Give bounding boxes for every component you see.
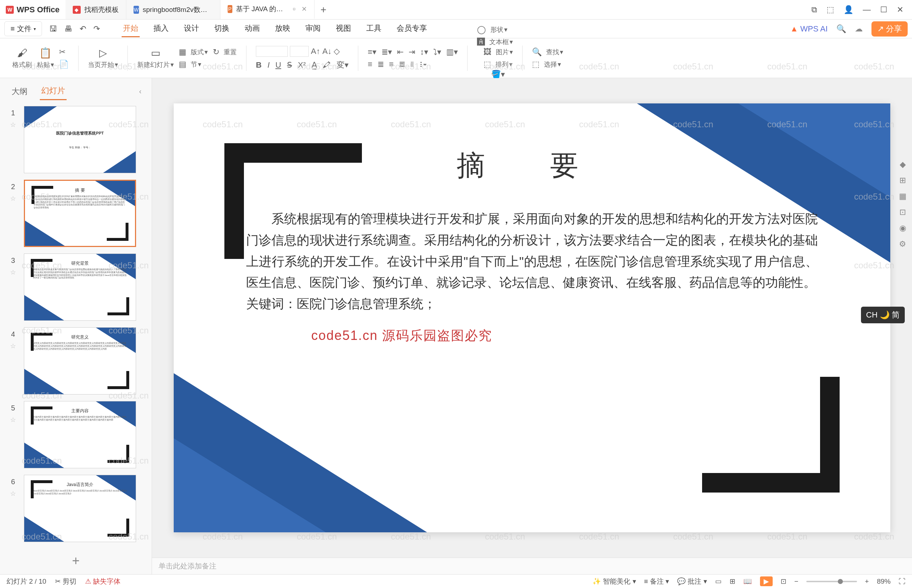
play-from-current-button[interactable]: ▷当页开始 ▾ (88, 47, 118, 69)
slideshow-icon[interactable]: ▶ (760, 577, 773, 586)
new-slide-button[interactable]: ▭新建幻灯片 ▾ (137, 47, 174, 69)
line-spacing-icon[interactable]: ↕▾ (420, 47, 428, 57)
menu-start[interactable]: 开始 (121, 20, 140, 37)
shape-fill-icon[interactable]: 🪣▾ (491, 70, 505, 79)
cube-icon[interactable]: ⬚ (826, 5, 834, 15)
bullets-icon[interactable]: ≡▾ (368, 47, 376, 57)
highlight-icon[interactable]: 🖍 (323, 60, 331, 70)
textbox-icon[interactable]: 🅰 (477, 37, 485, 47)
tab-ppt-active[interactable]: P 基于 JAVA 的医院门诊信息管 ▫ ✕ (220, 0, 314, 19)
indent-left-icon[interactable]: ⇤ (397, 47, 403, 57)
avatar-icon[interactable]: 👤 (844, 5, 854, 15)
present-icon[interactable]: ⊡ (781, 577, 786, 585)
menu-animation[interactable]: 动画 (243, 20, 261, 37)
font-warning[interactable]: ⚠ 缺失字体 (85, 577, 120, 586)
align-top-icon[interactable]: ⫶▾ (419, 60, 427, 69)
align-left-icon[interactable]: ≡ (368, 60, 373, 69)
strike-icon[interactable]: S̶ (287, 60, 292, 70)
shapes-icon[interactable]: ◯ (477, 25, 486, 34)
font-size-select[interactable] (290, 46, 309, 57)
italic-icon[interactable]: I (267, 60, 270, 70)
find-icon[interactable]: 🔍 (532, 47, 542, 57)
sorter-view-icon[interactable]: ⊞ (730, 577, 735, 585)
decrease-font-icon[interactable]: A↓ (322, 47, 332, 56)
reading-view-icon[interactable]: 📖 (744, 577, 752, 585)
paste-button[interactable]: 📋粘贴 ▾ (37, 47, 54, 69)
text-effect-icon[interactable]: 変▾ (337, 60, 348, 71)
zoom-in-icon[interactable]: + (865, 578, 869, 585)
menu-design[interactable]: 设计 (182, 20, 201, 37)
beautify-button[interactable]: ✨ 智能美化 ▾ (593, 577, 636, 586)
distribute-icon[interactable]: ⫴ (410, 60, 414, 69)
search-icon[interactable]: 🔍 (836, 24, 846, 34)
star-icon[interactable]: ☆ (10, 195, 16, 202)
thumbnail-1[interactable]: 医院门诊信息管理系统PPT 学生 班级： 学号： (24, 106, 136, 173)
rail-icon[interactable]: ◉ (899, 223, 906, 233)
thumbnail-5[interactable]: 主要内容 主要内容主要内容主要内容主要内容主要内容主要内容主要内容主要内容主要内… (24, 401, 136, 468)
layout-icon[interactable]: ▦ (179, 47, 186, 57)
add-slide-button[interactable]: + (72, 553, 79, 569)
redo-icon[interactable]: ↷ (93, 24, 100, 34)
notes-area[interactable]: 单击此处添加备注 (152, 557, 912, 574)
star-icon[interactable]: ☆ (10, 416, 16, 424)
star-icon[interactable]: ☆ (10, 121, 16, 129)
cloud-icon[interactable]: ☁ (855, 24, 863, 34)
thumbnail-3[interactable]: 研究背景 随着信息技术的快速发展与普及医院门诊信息管理也面临着新的机遇与挑战传统… (24, 254, 136, 321)
rail-icon[interactable]: ▦ (899, 192, 907, 201)
align-justify-icon[interactable]: ≣ (399, 60, 405, 69)
tab-doc[interactable]: W springbootf8m2v数据库文档.doc (126, 0, 220, 19)
outline-tab[interactable]: 大纲 (10, 83, 29, 100)
select-icon[interactable]: ⬚ (532, 60, 539, 69)
format-brush-button[interactable]: 🖌格式刷 (12, 47, 32, 69)
clipboard-status[interactable]: ✂ 剪切 (55, 577, 76, 586)
undo-icon[interactable]: ↶ (79, 24, 86, 34)
zoom-level[interactable]: 89% (877, 578, 891, 585)
menu-tools[interactable]: 工具 (365, 20, 383, 37)
wps-ai-button[interactable]: ▲WPS AI (790, 24, 828, 34)
align-center-icon[interactable]: ≣ (377, 60, 384, 69)
menu-view[interactable]: 视图 (334, 20, 353, 37)
columns-icon[interactable]: ▥▾ (446, 47, 458, 57)
arrange-icon[interactable]: ⬚ (483, 60, 491, 69)
text-direction-icon[interactable]: ⤵▾ (433, 47, 441, 57)
cut-icon[interactable]: ✂ (59, 47, 69, 57)
pictures-icon[interactable]: 🖼 (483, 47, 491, 57)
file-menu-button[interactable]: ≡ 文件 ▾ (4, 21, 42, 36)
slide-body[interactable]: 系统根据现有的管理模块进行开发和扩展，采用面向对象的开发的思想和结构化的开发方法… (246, 208, 818, 315)
star-icon[interactable]: ☆ (10, 489, 16, 498)
rail-icon[interactable]: ⚙ (899, 239, 906, 249)
zoom-out-icon[interactable]: − (794, 578, 799, 585)
fit-icon[interactable]: ⛶ (899, 578, 906, 585)
increase-font-icon[interactable]: A↑ (311, 47, 320, 56)
minimize-icon[interactable]: — (863, 5, 871, 15)
menu-slideshow[interactable]: 放映 (274, 20, 292, 37)
copy-icon[interactable]: 📄 (59, 60, 69, 69)
section-icon[interactable]: ▤ (179, 60, 186, 69)
font-color-icon[interactable]: A̲ (312, 60, 317, 70)
menu-insert[interactable]: 插入 (152, 20, 170, 37)
thumbnail-4[interactable]: 研究意义 研究意义内容研究意义内容研究意义内容研究意义内容研究意义内容研究意义内… (24, 327, 136, 394)
clear-format-icon[interactable]: ◇ (334, 47, 340, 56)
indent-right-icon[interactable]: ⇥ (408, 47, 415, 57)
thumbnail-6[interactable]: Java语言简介 Java语言简介Java语言简介Java语言简介Java语言简… (24, 475, 136, 542)
superscript-icon[interactable]: X² (298, 60, 306, 70)
close-window-icon[interactable]: ✕ (897, 5, 903, 15)
rail-icon[interactable]: ⊞ (899, 176, 906, 185)
notes-toggle[interactable]: ≡ 备注 ▾ (644, 577, 669, 586)
tab-menu-icon[interactable]: ▫ (293, 4, 296, 14)
slide-title[interactable]: 摘 要 (457, 147, 607, 185)
save-icon[interactable]: 🖫 (49, 24, 57, 34)
align-right-icon[interactable]: ≡ (389, 60, 394, 69)
rail-icon[interactable]: ⊡ (899, 208, 906, 217)
slides-tab[interactable]: 幻灯片 (40, 82, 66, 100)
normal-view-icon[interactable]: ▭ (715, 577, 722, 585)
add-tab-button[interactable]: + (314, 0, 332, 19)
menu-vip[interactable]: 会员专享 (395, 20, 429, 37)
close-icon[interactable]: ✕ (301, 5, 307, 13)
star-icon[interactable]: ☆ (10, 342, 16, 350)
bold-icon[interactable]: B (256, 60, 262, 70)
zoom-slider[interactable] (806, 581, 857, 582)
menu-transition[interactable]: 切换 (213, 20, 231, 37)
slide-counter[interactable]: 幻灯片 2 / 10 (6, 577, 46, 586)
comments-toggle[interactable]: 💬 批注 ▾ (677, 577, 707, 586)
